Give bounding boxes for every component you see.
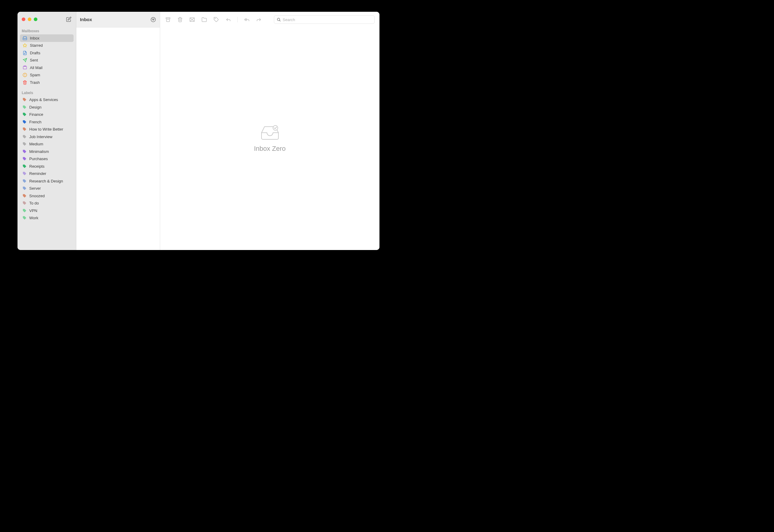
svg-rect-14 (166, 17, 170, 19)
forward-icon (256, 17, 262, 22)
tag-icon (214, 17, 219, 22)
label-item-snoozed[interactable]: Snoozed (20, 192, 74, 200)
move-button[interactable] (201, 17, 207, 23)
compose-button[interactable] (66, 16, 72, 22)
section-header-mailboxes: Mailboxes (17, 27, 76, 34)
archive-button[interactable] (165, 17, 171, 23)
message-list-title: Inbox (80, 17, 92, 22)
spam-icon (22, 73, 27, 78)
mail-window: Mailboxes InboxStarredDraftsSentAll Mail… (17, 12, 379, 250)
empty-state-text: Inbox Zero (254, 145, 286, 153)
close-window-button[interactable] (22, 17, 25, 21)
tag-icon (22, 179, 27, 183)
label-text: French (29, 120, 41, 124)
label-item-vpn[interactable]: VPN (20, 207, 74, 214)
search-input[interactable] (283, 17, 372, 22)
spam-button[interactable] (189, 17, 195, 23)
label-text: Receipts (29, 164, 45, 169)
label-item-design[interactable]: Design (20, 103, 74, 111)
search-icon (277, 17, 281, 22)
minimize-window-button[interactable] (28, 17, 31, 21)
mailboxes-list: InboxStarredDraftsSentAll MailSpamTrash (17, 34, 76, 86)
label-button[interactable] (213, 17, 219, 23)
maximize-window-button[interactable] (34, 17, 37, 21)
mailbox-item-inbox[interactable]: Inbox (20, 34, 74, 42)
tag-icon (22, 157, 27, 161)
filter-button[interactable] (150, 17, 156, 23)
delete-button[interactable] (177, 17, 183, 23)
label-text: Purchases (29, 157, 48, 161)
label-text: Work (29, 216, 38, 220)
label-text: Minimalism (29, 149, 49, 154)
label-item-server[interactable]: Server (20, 185, 74, 192)
tag-icon (22, 135, 27, 139)
label-item-how-to-write-better[interactable]: How to Write Better (20, 126, 74, 133)
label-item-research-design[interactable]: Research & Design (20, 177, 74, 185)
filter-icon (151, 17, 156, 22)
mailbox-label: Trash (30, 80, 40, 85)
label-text: Snoozed (29, 194, 45, 198)
label-text: Apps & Services (29, 97, 58, 102)
mailbox-item-trash[interactable]: Trash (20, 79, 74, 86)
trash-icon (177, 17, 183, 22)
svg-line-21 (280, 21, 281, 21)
section-header-labels: Labels (17, 89, 76, 96)
star-icon (22, 43, 27, 48)
label-item-job-interview[interactable]: Job Interview (20, 133, 74, 141)
reply-icon (226, 17, 231, 22)
folder-icon (201, 17, 207, 22)
mailbox-item-drafts[interactable]: Drafts (20, 49, 74, 57)
search-field[interactable] (274, 15, 375, 24)
tag-icon (22, 142, 27, 146)
mailbox-item-spam[interactable]: Spam (20, 71, 74, 79)
svg-point-19 (215, 18, 216, 19)
svg-point-9 (25, 76, 25, 76)
svg-point-22 (273, 125, 278, 130)
allmail-icon (22, 65, 27, 70)
mailbox-item-sent[interactable]: Sent (20, 57, 74, 64)
label-item-to-do[interactable]: To do (20, 200, 74, 207)
mailbox-label: Spam (30, 73, 40, 77)
label-item-minimalism[interactable]: Minimalism (20, 148, 74, 155)
tag-icon (22, 216, 27, 220)
message-list-header: Inbox (76, 12, 160, 27)
label-item-finance[interactable]: Finance (20, 111, 74, 119)
label-item-apps-services[interactable]: Apps & Services (20, 96, 74, 104)
spam-icon (189, 17, 195, 22)
tag-icon (22, 208, 27, 213)
toolbar-separator (237, 17, 238, 22)
label-item-work[interactable]: Work (20, 214, 74, 222)
label-item-reminder[interactable]: Reminder (20, 170, 74, 178)
draft-icon (22, 50, 27, 55)
label-text: Job Interview (29, 135, 52, 139)
mailbox-label: All Mail (30, 65, 43, 70)
forward-button[interactable] (256, 17, 262, 23)
sent-icon (22, 58, 27, 63)
tag-icon (22, 105, 27, 109)
empty-state: Inbox Zero (160, 27, 379, 250)
mailbox-item-starred[interactable]: Starred (20, 42, 74, 49)
label-item-french[interactable]: French (20, 118, 74, 126)
mailbox-label: Sent (30, 58, 38, 62)
label-text: Research & Design (29, 179, 63, 183)
label-item-purchases[interactable]: Purchases (20, 155, 74, 163)
label-text: To do (29, 201, 39, 205)
svg-rect-6 (24, 66, 26, 66)
reply-all-button[interactable] (244, 17, 250, 23)
label-item-medium[interactable]: Medium (20, 141, 74, 148)
reply-button[interactable] (225, 17, 231, 23)
tag-icon (22, 172, 27, 176)
label-item-receipts[interactable]: Receipts (20, 163, 74, 170)
label-text: Reminder (29, 171, 46, 176)
label-text: VPN (29, 208, 37, 213)
archive-icon (165, 17, 171, 22)
tag-icon (22, 120, 27, 124)
mailbox-item-all-mail[interactable]: All Mail (20, 64, 74, 71)
mailbox-label: Starred (30, 43, 43, 48)
tag-icon (22, 164, 27, 168)
tag-icon (22, 149, 27, 154)
svg-marker-0 (23, 44, 27, 47)
window-controls (22, 17, 37, 21)
sidebar: Mailboxes InboxStarredDraftsSentAll Mail… (17, 12, 76, 250)
label-text: Finance (29, 112, 43, 117)
